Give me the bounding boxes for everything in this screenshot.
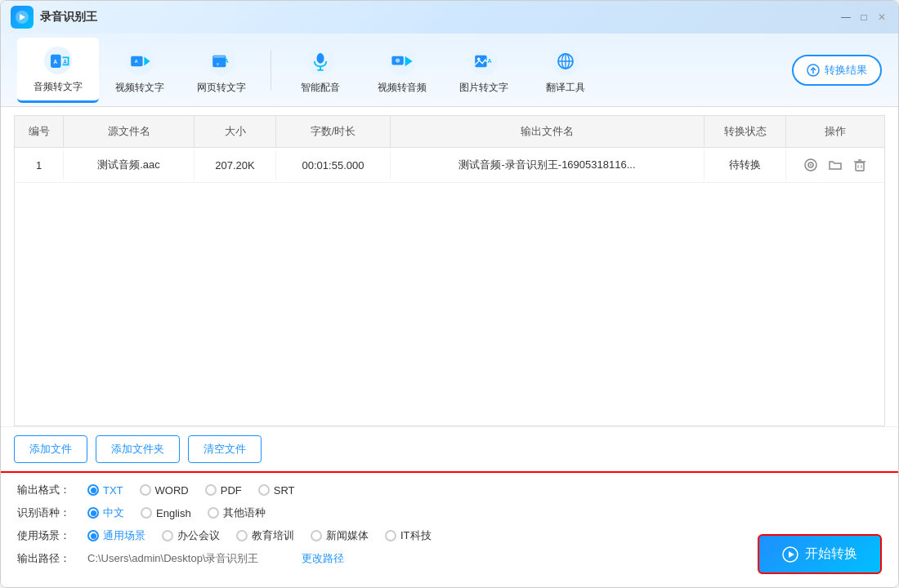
radio-english-circle [141,507,152,519]
format-pdf[interactable]: PDF [205,484,242,497]
output-path-row: 输出路径： C:\Users\admin\Desktop\录音识别王 更改路径 [17,551,882,566]
tab-audio-to-text-label: 音频转文字 [34,80,83,94]
cell-actions [786,148,884,182]
lang-english[interactable]: English [141,507,191,519]
radio-office-circle [162,530,173,541]
output-path-value: C:\Users\admin\Desktop\录音识别王 [87,551,259,566]
lang-chinese[interactable]: 中文 [87,506,124,520]
col-header-status: 转换状态 [704,116,786,147]
svg-point-15 [317,53,324,64]
svg-rect-36 [856,163,864,171]
svg-text:A: A [63,58,67,64]
radio-txt-circle [87,484,99,496]
video-to-audio-icon [386,45,418,78]
radio-other-circle [208,507,219,519]
language-radio-group: 中文 English 其他语种 [87,506,266,520]
cell-source-name: 测试音频.aac [64,149,195,180]
tab-video-to-text-label: 视频转文字 [115,81,164,95]
svg-text:A: A [488,57,492,65]
format-srt[interactable]: SRT [258,484,295,497]
cell-output-name: 测试音频-录音识别王-16905318116... [391,149,704,180]
format-radio-group: TXT WORD PDF SRT [87,484,295,497]
cell-size: 207.20K [195,151,276,180]
svg-rect-11 [213,56,225,58]
tab-image-to-text[interactable]: A 图片转文字 [443,38,525,103]
tab-audio-to-text[interactable]: A A 音频转文字 [17,38,99,103]
add-file-button[interactable]: 添加文件 [14,435,87,463]
maximize-button[interactable]: □ [857,11,870,24]
lang-other-label: 其他语种 [223,506,266,520]
titlebar: 录音识别王 — □ ✕ [1,1,898,33]
change-path-link[interactable]: 更改路径 [302,551,344,566]
scene-office-label: 办公会议 [177,528,220,543]
table-header: 编号 源文件名 大小 字数/时长 输出文件名 转换状态 操作 [14,115,885,147]
preview-icon[interactable] [802,156,820,174]
cell-id: 1 [15,151,64,180]
radio-chinese-circle [87,507,99,519]
radio-general-circle [87,530,99,541]
clear-files-button[interactable]: 清空文件 [188,435,262,463]
tab-web-to-text[interactable]: ≡ A 网页转文字 [181,38,262,103]
radio-pdf-circle [205,484,217,496]
add-folder-button[interactable]: 添加文件夹 [96,435,180,463]
tab-video-to-audio[interactable]: 视频转音频 [361,38,443,103]
scene-office[interactable]: 办公会议 [162,528,220,543]
app-title: 录音识别王 [40,10,97,24]
toolbar-tabs: A A 音频转文字 A [17,38,606,103]
folder-icon[interactable] [826,156,844,174]
tab-web-to-text-label: 网页转文字 [197,81,246,95]
format-srt-label: SRT [274,484,295,497]
scene-it[interactable]: IT科技 [385,528,432,543]
action-icons [793,156,878,174]
radio-word-circle [140,484,151,496]
image-to-text-icon: A [467,45,500,78]
radio-education-circle [236,530,248,541]
format-txt[interactable]: TXT [87,484,123,497]
tab-smart-dubbing[interactable]: 智能配音 [280,38,361,103]
radio-srt-circle [258,484,270,496]
col-header-duration: 字数/时长 [276,116,391,147]
format-word-label: WORD [155,484,189,497]
format-pdf-label: PDF [221,484,242,497]
tab-smart-dubbing-label: 智能配音 [301,81,340,95]
scene-general-label: 通用场景 [103,528,145,543]
col-header-source: 源文件名 [64,116,195,147]
scene-news-label: 新闻媒体 [326,528,369,543]
svg-point-21 [396,58,400,62]
tab-translate-label: 翻译工具 [546,81,585,95]
tab-translate[interactable]: 翻译工具 [525,38,606,103]
translate-icon [549,45,582,78]
svg-text:A: A [225,57,229,65]
svg-text:A: A [54,58,58,64]
bottom-buttons: 添加文件 添加文件夹 清空文件 [1,426,898,471]
scene-education[interactable]: 教育培训 [236,528,294,543]
scene-news[interactable]: 新闻媒体 [311,528,369,543]
table-row: 1 测试音频.aac 207.20K 00:01:55.000 测试音频-录音识… [15,148,884,183]
web-to-text-icon: ≡ A [205,45,238,78]
audio-to-text-icon: A A [42,44,74,77]
tab-separator [271,50,271,91]
minimize-button[interactable]: — [839,11,852,24]
table-body: 1 测试音频.aac 207.20K 00:01:55.000 测试音频-录音识… [14,147,885,426]
delete-icon[interactable] [851,156,869,174]
video-to-text-icon: A [123,45,156,78]
close-button[interactable]: ✕ [875,11,888,24]
col-header-id: 编号 [15,116,64,147]
scene-row: 使用场景： 通用场景 办公会议 教育培训 [17,528,882,543]
col-header-actions: 操作 [786,116,884,147]
tab-video-to-text[interactable]: A 视频转文字 [99,38,181,103]
file-table-area: 编号 源文件名 大小 字数/时长 输出文件名 转换状态 操作 1 测试音频.aa… [1,107,898,426]
col-header-output: 输出文件名 [391,116,704,147]
start-convert-button[interactable]: 开始转换 [758,534,882,574]
scene-general[interactable]: 通用场景 [87,528,145,543]
convert-result-button[interactable]: 转换结果 [792,55,882,86]
svg-text:A: A [135,59,138,64]
output-format-row: 输出格式： TXT WORD PDF [17,483,882,497]
convert-result-label: 转换结果 [825,63,867,78]
format-word[interactable]: WORD [140,484,189,497]
lang-other[interactable]: 其他语种 [208,506,266,520]
toolbar: A A 音频转文字 A [1,33,898,107]
app-icon [11,6,34,29]
start-convert-label: 开始转换 [805,546,857,563]
cell-duration: 00:01:55.000 [276,151,391,180]
